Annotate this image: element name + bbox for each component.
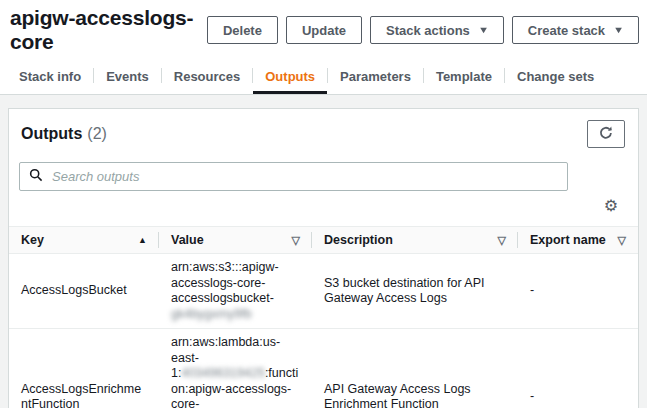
column-header-value-label: Value [171,233,204,247]
caret-down-icon: ▼ [613,26,624,35]
output-key-cell: AccessLogsBucket [9,277,159,305]
create-stack-button[interactable]: Create stack ▼ [512,16,639,44]
outputs-table-header: Key ▲ Value ▽ Description ▽ Export name … [9,226,638,254]
stack-actions-button-label: Stack actions [386,23,470,38]
output-description-cell: S3 bucket destination for API Gateway Ac… [312,270,518,313]
create-stack-button-label: Create stack [528,23,605,38]
caret-down-icon: ▼ [478,26,489,35]
update-button[interactable]: Update [286,16,362,44]
tab-parameters[interactable]: Parameters [328,61,423,94]
table-row[interactable]: AccessLogsBucket arn:aws:s3:::apigw-acce… [9,254,638,329]
tab-outputs[interactable]: Outputs [253,61,327,94]
stack-actions-button[interactable]: Stack actions ▼ [370,16,504,44]
search-box[interactable] [19,162,568,191]
filter-icon[interactable]: ▽ [618,234,626,247]
outputs-panel: Outputs (2) ⚙ Ke [8,108,639,408]
redacted-text: gk4bygxmy9fb [171,307,252,321]
refresh-button[interactable] [587,120,625,148]
header-row: apigw-accesslogs-core Delete Update Stac… [0,0,647,54]
tab-template[interactable]: Template [424,61,504,94]
column-header-description[interactable]: Description ▽ [312,227,518,253]
outputs-panel-title: Outputs [21,125,82,143]
search-icon [29,168,43,186]
output-export-name-cell: - [518,383,638,408]
output-description-cell: API Gateway Access Logs Enrichment Funct… [312,376,518,408]
output-key-cell: AccessLogsEnrichmentFunction [9,376,159,408]
preferences-row: ⚙ [9,191,638,216]
page-title: apigw-accesslogs-core [10,6,207,54]
table-row[interactable]: AccessLogsEnrichmentFunction arn:aws:lam… [9,329,638,408]
outputs-panel-header: Outputs (2) [9,109,638,148]
output-value-cell: arn:aws:s3:::apigw-accesslogs-core-acces… [159,254,312,328]
delete-button[interactable]: Delete [207,16,278,44]
filter-icon[interactable]: ▽ [498,234,506,247]
outputs-table: Key ▲ Value ▽ Description ▽ Export name … [9,226,638,408]
redacted-text: 403496319425 [181,366,264,380]
column-header-description-label: Description [324,233,393,247]
column-header-value[interactable]: Value ▽ [159,227,312,253]
output-export-name-cell: - [518,277,638,305]
delete-button-label: Delete [223,23,262,38]
filter-icon[interactable]: ▽ [292,234,300,247]
tab-change-sets[interactable]: Change sets [505,61,606,94]
output-value-cell: arn:aws:lambda:us-east-1:403496319425:fu… [159,329,312,408]
column-header-key-label: Key [21,233,44,247]
search-input[interactable] [50,168,558,185]
sort-ascending-icon[interactable]: ▲ [138,235,147,245]
output-value-text: arn:aws:s3:::apigw-accesslogs-core-acces… [171,260,279,305]
column-header-export-name[interactable]: Export name ▽ [518,227,638,253]
stack-tabs: Stack info Events Resources Outputs Para… [0,61,647,94]
gear-icon[interactable]: ⚙ [604,198,618,214]
search-row [9,148,638,191]
tab-stack-info[interactable]: Stack info [7,61,93,94]
tab-events[interactable]: Events [94,61,161,94]
outputs-count-badge: (2) [87,125,107,143]
column-header-key[interactable]: Key ▲ [9,227,159,253]
stack-detail-header: apigw-accesslogs-core Delete Update Stac… [0,0,647,95]
column-header-export-name-label: Export name [530,233,606,247]
update-button-label: Update [302,23,346,38]
tab-resources[interactable]: Resources [162,61,252,94]
stack-action-buttons: Delete Update Stack actions ▼ Create sta… [207,16,639,44]
refresh-icon [598,125,614,144]
